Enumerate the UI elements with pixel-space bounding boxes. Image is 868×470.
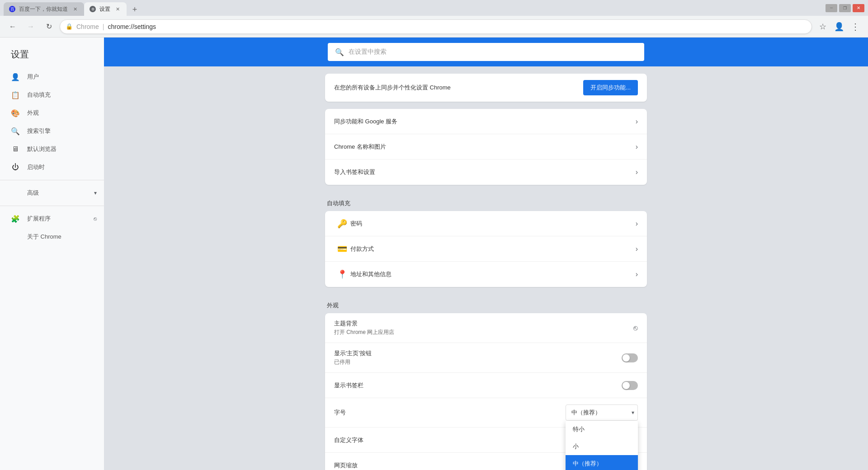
home-button-toggle[interactable] [622, 353, 638, 362]
address-separator: | [103, 23, 104, 30]
extensions-icon: 🧩 [11, 214, 20, 223]
theme-item[interactable]: 主题背景 打开 Chrome 网上应用店 ⎋ [325, 313, 647, 343]
sidebar-item-search[interactable]: 🔍 搜索引擎 [0, 122, 100, 140]
bookmarks-bar-toggle-knob [623, 382, 630, 389]
search-icon: 🔍 [335, 48, 344, 56]
passwords-title: 密码 [350, 220, 636, 228]
minimize-button[interactable]: ─ [826, 4, 837, 12]
bookmarks-bar-toggle[interactable] [622, 381, 638, 390]
profile-button[interactable]: 👤 [832, 19, 846, 34]
sidebar-item-users[interactable]: 👤 用户 [0, 68, 100, 86]
main-content: 设置 👤 用户 📋 自动填充 🎨 外观 🔍 搜索引擎 🖥 默认浏览器 [0, 38, 868, 470]
tab-close-settings[interactable]: ✕ [114, 5, 121, 13]
menu-button[interactable]: ⋮ [848, 19, 863, 34]
font-size-item: 字号 中（推荐） ▾ 特小 小 [325, 398, 647, 428]
import-title: 导入书签和设置 [334, 168, 636, 176]
sidebar-item-advanced[interactable]: 高级 ▾ [0, 184, 104, 202]
settings-body: 在您的所有设备上同步并个性化设置 Chrome 开启同步功能... 同步功能和 … [314, 66, 658, 470]
payment-item[interactable]: 💳 付款方式 › [325, 236, 647, 262]
nav-right-buttons: ☆ 👤 ⋮ [816, 19, 863, 34]
address-chrome-text: Chrome [76, 23, 99, 30]
sidebar-label-startup: 启动时 [27, 163, 45, 171]
address-item[interactable]: 📍 地址和其他信息 › [325, 262, 647, 287]
settings-top-bar: 🔍 在设置中搜索 [104, 38, 868, 66]
sync-services-arrow-icon: › [636, 118, 638, 126]
chrome-name-photo-item[interactable]: Chrome 名称和图片 › [325, 134, 647, 160]
browser-frame: 百 百度一下，你就知道 ✕ ⚙ 设置 ✕ + ─ ❐ ✕ ← → ↻ 🔒 Chr… [0, 0, 868, 470]
sidebar-item-autofill[interactable]: 📋 自动填充 [0, 86, 100, 104]
sidebar-divider-2 [0, 206, 104, 206]
close-button[interactable]: ✕ [853, 4, 864, 12]
sidebar-label-autofill: 自动填充 [27, 91, 51, 99]
autofill-icon: 📋 [11, 90, 20, 99]
sidebar-item-default-browser[interactable]: 🖥 默认浏览器 [0, 140, 100, 158]
sync-services-title: 同步功能和 Google 服务 [334, 118, 636, 126]
payment-title: 付款方式 [350, 245, 636, 253]
sidebar-label-default-browser: 默认浏览器 [27, 145, 57, 153]
font-size-select-wrapper: 中（推荐） ▾ 特小 小 中（推荐） 大 特大 [566, 404, 638, 421]
reload-button[interactable]: ↻ [42, 19, 56, 34]
address-arrow-icon: › [636, 270, 638, 278]
sidebar-item-startup[interactable]: ⏻ 启动时 [0, 158, 100, 176]
sidebar-label-advanced: 高级 [27, 189, 39, 197]
appearance-icon: 🎨 [11, 108, 20, 118]
sidebar-label-about: 关于 Chrome [27, 233, 61, 241]
bookmark-button[interactable]: ☆ [816, 19, 830, 34]
font-size-option-medium[interactable]: 中（推荐） [566, 455, 638, 470]
font-size-select-value: 中（推荐） [571, 409, 601, 417]
sidebar-divider [0, 180, 104, 180]
passwords-icon: 🔑 [334, 219, 350, 229]
chrome-name-photo-arrow-icon: › [636, 143, 638, 151]
advanced-chevron-icon: ▾ [94, 190, 97, 196]
default-browser-icon: 🖥 [11, 145, 20, 154]
payment-icon: 💳 [334, 244, 350, 254]
tab-close-baidu[interactable]: ✕ [71, 5, 79, 13]
passwords-arrow-icon: › [636, 220, 638, 228]
users-icon: 👤 [11, 72, 20, 81]
tab-baidu[interactable]: 百 百度一下，你就知道 ✕ [4, 2, 84, 16]
advanced-icon [11, 188, 20, 197]
window-controls: ─ ❐ ✕ [826, 4, 864, 12]
forward-button[interactable]: → [24, 19, 38, 34]
sidebar-label-extensions: 扩展程序 [27, 215, 51, 223]
font-size-dropdown: 特小 小 中（推荐） 大 特大 [566, 421, 638, 470]
autofill-card: 🔑 密码 › 💳 付款方式 › 📍 [325, 211, 647, 287]
back-button[interactable]: ← [5, 19, 20, 34]
import-item[interactable]: 导入书签和设置 › [325, 160, 647, 185]
sync-description: 在您的所有设备上同步并个性化设置 Chrome [334, 84, 583, 92]
font-size-select-container: 中（推荐） ▾ 特小 小 中（推荐） 大 特大 [566, 404, 638, 421]
font-size-select[interactable]: 中（推荐） ▾ [566, 404, 638, 421]
lock-icon: 🔒 [66, 23, 73, 30]
search-input-placeholder[interactable]: 在设置中搜索 [349, 48, 387, 56]
tab-settings[interactable]: ⚙ 设置 ✕ [84, 2, 127, 16]
restore-button[interactable]: ❐ [839, 4, 851, 12]
sidebar-item-about[interactable]: 关于 Chrome [0, 228, 100, 246]
search-engine-icon: 🔍 [11, 127, 20, 136]
sidebar-item-extensions[interactable]: 🧩 扩展程序 ⎋ [0, 210, 104, 228]
passwords-item[interactable]: 🔑 密码 › [325, 211, 647, 236]
settings-search-box[interactable]: 🔍 在设置中搜索 [328, 43, 644, 61]
font-size-option-small[interactable]: 小 [566, 438, 638, 455]
new-tab-button[interactable]: + [128, 3, 141, 16]
nav-bar: ← → ↻ 🔒 Chrome | chrome://settings ☆ 👤 ⋮ [0, 16, 868, 38]
theme-title: 主题背景 [334, 320, 633, 328]
home-button-toggle-container [622, 353, 638, 362]
appearance-card: 主题背景 打开 Chrome 网上应用店 ⎋ 显示'主页'按钮 已停用 [325, 313, 647, 470]
font-size-option-tiny[interactable]: 特小 [566, 421, 638, 438]
home-button-toggle-knob [623, 354, 630, 362]
home-button-item[interactable]: 显示'主页'按钮 已停用 [325, 343, 647, 373]
payment-arrow-icon: › [636, 245, 638, 253]
startup-icon: ⏻ [11, 163, 20, 172]
theme-external-icon: ⎋ [633, 324, 638, 332]
title-bar: 百 百度一下，你就知道 ✕ ⚙ 设置 ✕ + ─ ❐ ✕ [0, 0, 868, 16]
tab-strip: 百 百度一下，你就知道 ✕ ⚙ 设置 ✕ + [4, 0, 826, 16]
address-bar[interactable]: 🔒 Chrome | chrome://settings [60, 19, 812, 34]
sidebar: 设置 👤 用户 📋 自动填充 🎨 外观 🔍 搜索引擎 🖥 默认浏览器 [0, 38, 104, 470]
bookmarks-bar-item[interactable]: 显示书签栏 [325, 373, 647, 398]
sync-services-item[interactable]: 同步功能和 Google 服务 › [325, 109, 647, 134]
address-icon: 📍 [334, 269, 350, 279]
sidebar-item-appearance[interactable]: 🎨 外观 [0, 104, 100, 122]
font-size-title: 字号 [334, 409, 566, 417]
tab-favicon-baidu: 百 [9, 6, 15, 12]
sync-button[interactable]: 开启同步功能... [583, 80, 638, 95]
